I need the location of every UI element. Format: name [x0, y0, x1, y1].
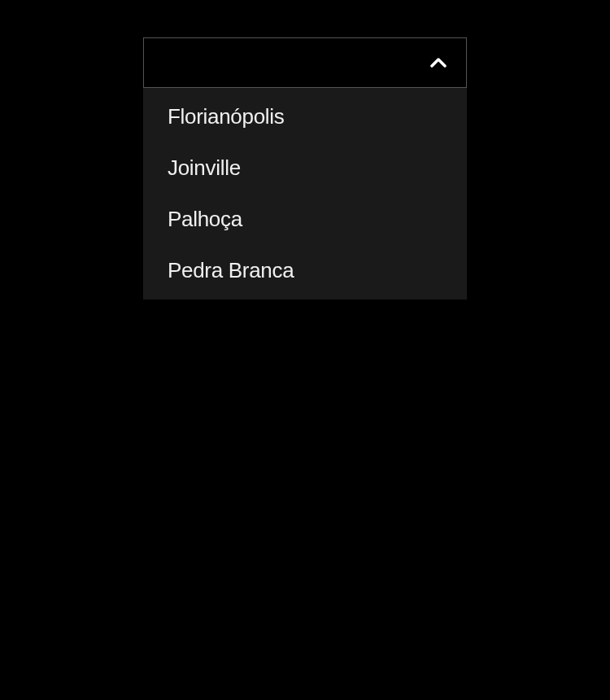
- dropdown-option-joinville[interactable]: Joinville: [143, 142, 467, 194]
- dropdown-option-florianopolis[interactable]: Florianópolis: [143, 88, 467, 142]
- dropdown-container: Florianópolis Joinville Palhoça Pedra Br…: [143, 37, 467, 300]
- dropdown-list: Florianópolis Joinville Palhoça Pedra Br…: [143, 88, 467, 300]
- dropdown-option-pedra-branca[interactable]: Pedra Branca: [143, 245, 467, 300]
- dropdown-trigger[interactable]: [143, 37, 467, 88]
- dropdown-option-palhoca[interactable]: Palhoça: [143, 194, 467, 245]
- chevron-up-icon: [430, 58, 447, 68]
